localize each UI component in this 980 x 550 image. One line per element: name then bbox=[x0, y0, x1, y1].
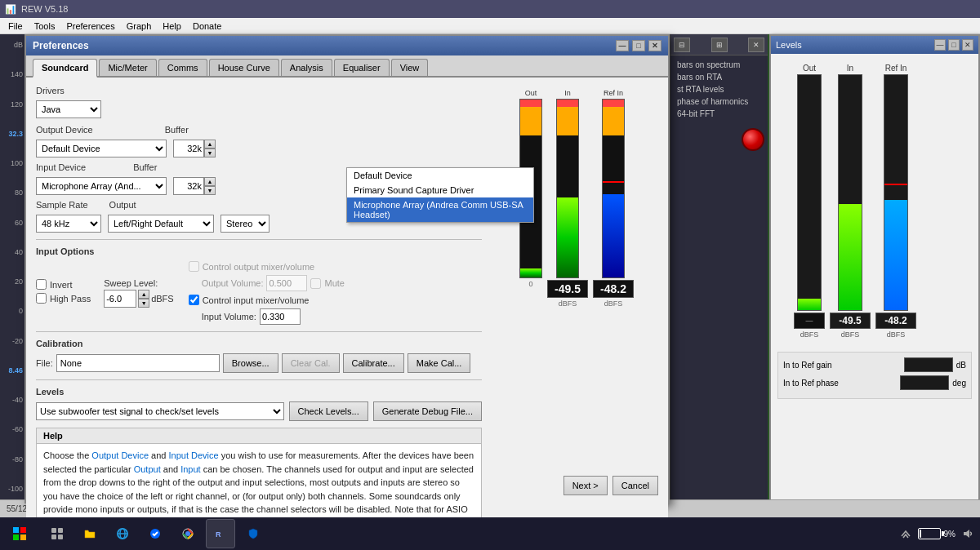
output-buffer-input[interactable] bbox=[173, 140, 204, 157]
help-header: Help bbox=[37, 428, 481, 444]
levels-minimize-btn[interactable]: — bbox=[934, 39, 946, 51]
make-cal-btn[interactable]: Make Cal... bbox=[408, 353, 471, 373]
buffer-label-in: Buffer bbox=[133, 162, 157, 172]
rew-taskbar-btn[interactable]: R bbox=[206, 519, 235, 548]
input-device-select[interactable]: Microphone Array (And... bbox=[36, 177, 167, 195]
levels-refin-label: Ref In bbox=[885, 64, 907, 73]
generate-debug-btn[interactable]: Generate Debug File... bbox=[373, 401, 482, 421]
output-buffer-down[interactable]: ▼ bbox=[204, 149, 216, 157]
sweep-level-up[interactable]: ▲ bbox=[138, 290, 149, 299]
menu-graph[interactable]: Graph bbox=[122, 20, 157, 33]
control-input-label: Control input mixer/volume bbox=[203, 295, 310, 305]
menu-file[interactable]: File bbox=[3, 20, 28, 33]
shield-taskbar-btn[interactable] bbox=[238, 519, 268, 548]
output-channel-select[interactable]: Left/Right Default bbox=[108, 215, 214, 233]
vu-refin-label: Ref In bbox=[604, 89, 623, 97]
explorer-btn[interactable] bbox=[75, 519, 105, 548]
rta-close-btn[interactable]: ✕ bbox=[748, 38, 764, 52]
input-device-dropdown[interactable]: Default Device Primary Sound Capture Dri… bbox=[346, 167, 534, 223]
vu-out-label: Out bbox=[525, 89, 537, 97]
output-buffer-spinner[interactable]: ▲ ▼ bbox=[173, 140, 216, 157]
sweep-level-input[interactable] bbox=[104, 290, 136, 308]
control-output-checkbox[interactable] bbox=[189, 261, 199, 272]
chrome-btn[interactable] bbox=[173, 519, 203, 548]
in-to-ref-gain-label: In to Ref gain bbox=[783, 361, 831, 370]
record-button[interactable] bbox=[742, 128, 764, 151]
prefs-maximize-btn[interactable]: □ bbox=[632, 40, 645, 51]
svg-rect-4 bbox=[51, 528, 56, 533]
menu-tools[interactable]: Tools bbox=[29, 20, 60, 33]
tab-soundcard[interactable]: Soundcard bbox=[33, 59, 97, 78]
next-btn[interactable]: Next > bbox=[564, 476, 608, 495]
antivirus-btn[interactable] bbox=[140, 519, 170, 548]
invert-checkbox[interactable] bbox=[36, 279, 47, 290]
input-options-header: Input Options bbox=[36, 246, 482, 256]
tab-equaliser[interactable]: Equaliser bbox=[334, 59, 390, 76]
levels-close-btn[interactable]: ✕ bbox=[962, 39, 973, 51]
vu-in-dbfs: dBFS bbox=[559, 299, 577, 308]
dropdown-item-primary[interactable]: Primary Sound Capture Driver bbox=[347, 183, 533, 197]
rta-item-3[interactable]: st RTA levels bbox=[674, 83, 764, 95]
control-input-checkbox[interactable] bbox=[189, 295, 199, 305]
input-buffer-down[interactable]: ▼ bbox=[204, 186, 216, 195]
calibrate-btn[interactable]: Calibrate... bbox=[343, 353, 404, 373]
rta-item-2[interactable]: bars on RTA bbox=[674, 71, 764, 83]
highpass-checkbox[interactable] bbox=[36, 293, 47, 304]
drivers-select[interactable]: Java bbox=[36, 100, 101, 118]
levels-dropdown[interactable]: Use subwoofer test signal to check/set l… bbox=[36, 402, 284, 420]
vu-in-reading: -49.5 bbox=[547, 280, 588, 298]
menu-donate[interactable]: Donate bbox=[188, 20, 226, 33]
in-to-ref-phase-label: In to Ref phase bbox=[783, 379, 839, 388]
input-buffer-spinner[interactable]: ▲ ▼ bbox=[173, 177, 216, 195]
prefs-close-btn[interactable]: ✕ bbox=[648, 40, 662, 51]
input-volume-input[interactable] bbox=[260, 308, 301, 325]
mute-checkbox[interactable] bbox=[310, 278, 321, 289]
svg-rect-7 bbox=[58, 534, 63, 539]
tab-view[interactable]: View bbox=[391, 59, 429, 76]
network-icon bbox=[900, 528, 911, 539]
tab-housecurve[interactable]: House Curve bbox=[209, 59, 279, 76]
task-view-btn[interactable] bbox=[42, 519, 72, 548]
sample-rate-select[interactable]: 48 kHz bbox=[36, 215, 101, 233]
output-device-select[interactable]: Default Device bbox=[36, 140, 167, 157]
sample-rate-label: Sample Rate bbox=[36, 200, 88, 210]
rta-expand-btn[interactable]: ⊞ bbox=[711, 38, 728, 52]
sweep-level-down[interactable]: ▼ bbox=[138, 299, 149, 308]
start-button[interactable] bbox=[0, 517, 39, 550]
menu-preferences[interactable]: Preferences bbox=[61, 20, 119, 33]
vu-refin-dbfs: dBFS bbox=[604, 299, 623, 308]
levels-out-unit: dBFS bbox=[800, 330, 819, 339]
input-buffer-input[interactable] bbox=[173, 177, 204, 195]
svg-text:R: R bbox=[216, 530, 221, 539]
menu-help[interactable]: Help bbox=[158, 20, 186, 33]
levels-title: Levels bbox=[776, 40, 802, 50]
tab-analysis[interactable]: Analysis bbox=[281, 59, 332, 76]
rta-item-4[interactable]: phase of harmonics bbox=[674, 95, 764, 108]
clear-cal-btn[interactable]: Clear Cal. bbox=[282, 353, 340, 373]
cal-file-input[interactable] bbox=[56, 354, 220, 372]
browse-btn[interactable]: Browse... bbox=[223, 353, 278, 373]
dropdown-item-default[interactable]: Default Device bbox=[347, 168, 533, 183]
highpass-label: High Pass bbox=[50, 294, 91, 304]
levels-restore-btn[interactable]: □ bbox=[948, 39, 960, 51]
control-output-label: Control output mixer/volume bbox=[203, 262, 315, 272]
vu-in-label: In bbox=[564, 89, 571, 97]
output-channel2-select[interactable]: Stereo bbox=[220, 215, 270, 233]
rta-item-1[interactable]: bars on spectrum bbox=[674, 59, 764, 71]
phase-deg-unit: deg bbox=[952, 379, 966, 388]
tab-micmeter[interactable]: Mic/Meter bbox=[99, 59, 156, 76]
prefs-minimize-btn[interactable]: — bbox=[616, 40, 629, 51]
tab-comms[interactable]: Comms bbox=[158, 59, 207, 76]
output-buffer-up[interactable]: ▲ bbox=[204, 140, 216, 149]
cancel-btn[interactable]: Cancel bbox=[612, 476, 658, 495]
vu-refin-meter bbox=[602, 99, 625, 278]
rta-item-5[interactable]: 64-bit FFT bbox=[674, 108, 764, 120]
dropdown-item-microphone[interactable]: Microphone Array (Andrea Comm USB-SA Hea… bbox=[347, 197, 533, 222]
levels-out-label: Out bbox=[803, 64, 816, 73]
rta-split-btn[interactable]: ⊟ bbox=[674, 38, 690, 52]
ie-btn[interactable] bbox=[108, 519, 137, 548]
input-buffer-up[interactable]: ▲ bbox=[204, 177, 216, 186]
cal-file-label: File: bbox=[36, 358, 53, 368]
check-levels-btn[interactable]: Check Levels... bbox=[289, 401, 368, 421]
drivers-label: Drivers bbox=[36, 86, 65, 95]
